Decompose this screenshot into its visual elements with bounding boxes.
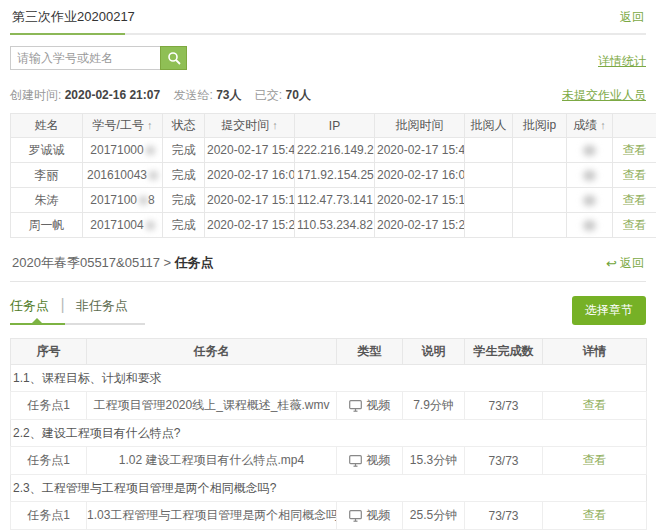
- col-seq: 序号: [11, 339, 87, 365]
- col-action: [613, 114, 656, 138]
- task-row: 任务点1 1.02 建设工程项目有什么特点.mp4 视频 15.3分钟 73/7…: [11, 447, 647, 475]
- col-completed: 学生完成数: [465, 339, 543, 365]
- tab-separator: |: [60, 296, 64, 313]
- sort-icon[interactable]: ↑: [147, 119, 153, 131]
- search-box: [10, 46, 187, 70]
- submitted-value: 70人: [286, 88, 311, 102]
- cell-review-time: 2020-02-17 16:01: [375, 163, 465, 188]
- back-link-top[interactable]: 返回: [620, 9, 644, 26]
- cell-action: 查看: [613, 188, 656, 213]
- search-button[interactable]: [160, 46, 187, 70]
- assignment-meta: 创建时间: 2020-02-16 21:07 发送给: 73人 已交: 70人: [10, 87, 321, 104]
- task-row: 任务点1 工程项目管理2020线上_课程概述_桂薇.wmv 视频 7.9分钟 7…: [11, 392, 647, 420]
- cell-seq: 任务点1: [11, 447, 87, 475]
- chapter-section-row: 2.2、建设工程项目有什么特点?: [11, 420, 647, 447]
- tabs-row: 任务点 | 非任务点 选择章节: [10, 296, 646, 325]
- assignment-header: 第三次作业20200217 返回: [10, 0, 646, 33]
- cell-reviewer: [465, 188, 513, 213]
- redacted-digits: [149, 171, 158, 180]
- task-row: 任务点1 1.03工程管理与工程项目管理是两个相同概念吗? .mp4 视频 25…: [11, 502, 647, 530]
- page-title: 第三次作业20200217: [12, 8, 135, 26]
- breadcrumb: 2020年春季05517&05117 > 任务点 ↩ 返回: [10, 254, 646, 282]
- cell-ip: 110.53.234.82: [295, 213, 375, 238]
- col-student-id[interactable]: 学号/工号↑: [83, 114, 163, 138]
- created-value: 2020-02-16 21:07: [65, 88, 160, 102]
- submissions-table: 姓名 学号/工号↑ 状态 提交时间↑ IP 批阅时间 批阅人 批阅ip 成绩↑ …: [10, 113, 656, 238]
- tabs: 任务点 | 非任务点: [10, 296, 128, 325]
- col-score[interactable]: 成绩↑: [567, 114, 613, 138]
- back-link-label[interactable]: 返回: [620, 255, 644, 272]
- chapter-title: 2.2、建设工程项目有什么特点?: [11, 420, 647, 447]
- cell-completed: 73/73: [465, 392, 543, 420]
- breadcrumb-course[interactable]: 2020年春季05517&05117: [12, 255, 160, 270]
- cell-review-time: 2020-02-17 15:18: [375, 188, 465, 213]
- tab-non-task-points[interactable]: 非任务点: [76, 298, 128, 313]
- stats-link[interactable]: 详情统计: [598, 53, 646, 70]
- cell-task-name: 工程项目管理2020线上_课程概述_桂薇.wmv: [87, 392, 337, 420]
- table-row: 周一帆 20171004 完成 2020-02-17 15:23 110.53.…: [11, 213, 656, 238]
- meta-row: 创建时间: 2020-02-16 21:07 发送给: 73人 已交: 70人 …: [10, 87, 646, 104]
- redacted-score: [583, 195, 596, 206]
- cell-student-id: 20171008: [83, 188, 163, 213]
- video-monitor-icon: [349, 510, 362, 522]
- col-reviewer: 批阅人: [465, 114, 513, 138]
- title-active-underline: [10, 33, 125, 35]
- cell-name: 朱涛: [11, 188, 83, 213]
- cell-reviewer: [465, 213, 513, 238]
- select-chapter-button[interactable]: 选择章节: [572, 296, 646, 325]
- col-status: 状态: [163, 114, 205, 138]
- view-link[interactable]: 查看: [583, 453, 607, 467]
- cell-detail: 查看: [543, 392, 647, 420]
- col-review-ip: 批阅ip: [513, 114, 567, 138]
- cell-name: 李丽: [11, 163, 83, 188]
- search-input[interactable]: [10, 46, 160, 70]
- cell-ip: 171.92.154.252: [295, 163, 375, 188]
- cell-submit-time: 2020-02-17 15:23: [205, 213, 295, 238]
- col-submit-time[interactable]: 提交时间↑: [205, 114, 295, 138]
- redacted-digits: [139, 196, 148, 205]
- redacted-digits: [146, 221, 155, 230]
- cell-type: 视频: [337, 392, 403, 420]
- cell-review-time: 2020-02-17 15:42: [375, 138, 465, 163]
- cell-task-name: 1.02 建设工程项目有什么特点.mp4: [87, 447, 337, 475]
- view-link[interactable]: 查看: [623, 193, 647, 207]
- cell-review-time: 2020-02-17 15:23: [375, 213, 465, 238]
- sort-icon[interactable]: ↑: [272, 119, 278, 131]
- tab-task-points[interactable]: 任务点: [10, 298, 49, 313]
- redacted-score: [583, 145, 596, 156]
- unsubmitted-link[interactable]: 未提交作业人员: [562, 87, 646, 104]
- cell-seq: 任务点1: [11, 502, 87, 530]
- cell-type: 视频: [337, 447, 403, 475]
- cell-student-id: 20171004: [83, 213, 163, 238]
- cell-detail: 查看: [543, 447, 647, 475]
- table-row: 李丽 201610043 完成 2020-02-17 16:01 171.92.…: [11, 163, 656, 188]
- col-type: 类型: [337, 339, 403, 365]
- view-link[interactable]: 查看: [623, 143, 647, 157]
- back-link-tasks[interactable]: ↩ 返回: [606, 255, 644, 272]
- submissions-header-row: 姓名 学号/工号↑ 状态 提交时间↑ IP 批阅时间 批阅人 批阅ip 成绩↑: [11, 114, 656, 138]
- view-link[interactable]: 查看: [583, 508, 607, 522]
- view-link[interactable]: 查看: [583, 398, 607, 412]
- tasks-table: 序号 任务名 类型 说明 学生完成数 详情 1.1、课程目标、计划和要求 任务点…: [10, 338, 647, 530]
- tasks-header-row: 序号 任务名 类型 说明 学生完成数 详情: [11, 339, 647, 365]
- search-row: 详情统计: [10, 46, 646, 70]
- view-link[interactable]: 查看: [623, 218, 647, 232]
- cell-submit-time: 2020-02-17 16:01: [205, 163, 295, 188]
- sent-value: 73人: [216, 88, 241, 102]
- cell-duration: 7.9分钟: [403, 392, 465, 420]
- cell-task-name: 1.03工程管理与工程项目管理是两个相同概念吗? .mp4: [87, 502, 337, 530]
- cell-student-id: 20171000: [83, 138, 163, 163]
- view-link[interactable]: 查看: [623, 168, 647, 182]
- sent-label: 发送给:: [173, 88, 212, 102]
- sort-icon[interactable]: ↑: [600, 119, 606, 131]
- cell-score: [567, 213, 613, 238]
- cell-seq: 任务点1: [11, 392, 87, 420]
- breadcrumb-separator: >: [164, 255, 172, 270]
- tab-active-triangle: [32, 318, 42, 323]
- cell-name: 罗诚诚: [11, 138, 83, 163]
- cell-action: 查看: [613, 138, 656, 163]
- cell-score: [567, 163, 613, 188]
- created-label: 创建时间:: [10, 88, 61, 102]
- cell-action: 查看: [613, 213, 656, 238]
- tab-underline: [10, 323, 145, 325]
